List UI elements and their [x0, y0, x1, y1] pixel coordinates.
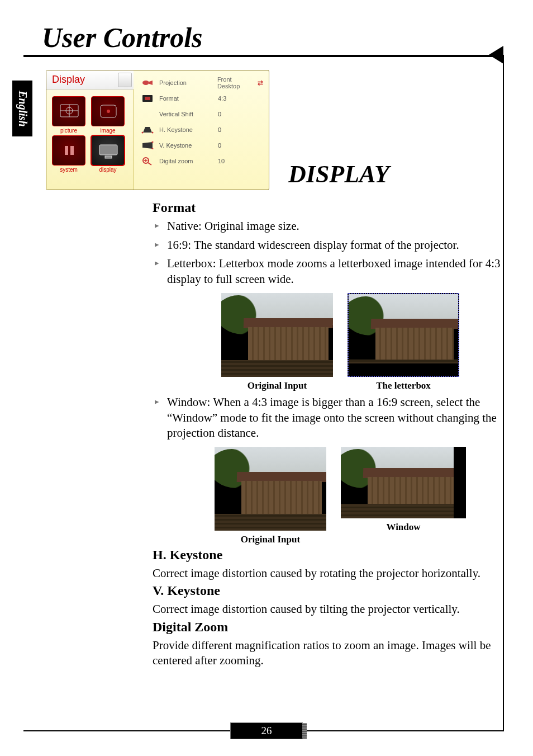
osd-value: 10: [218, 158, 225, 164]
osd-value: 0: [218, 142, 221, 149]
osd-row-vshift: Vertical Shift 0: [141, 106, 263, 122]
language-tab: English: [12, 81, 32, 136]
image-original-input-2: [215, 447, 326, 531]
svg-rect-6: [65, 146, 68, 155]
page: User Controls English Display picture im…: [0, 0, 533, 756]
svg-marker-13: [143, 127, 152, 133]
projector-icon: [141, 78, 154, 87]
page-title: User Controls: [42, 21, 203, 54]
osd-row-format: Format 4:3: [141, 91, 263, 106]
osd-tab-grid: picture image system display: [52, 96, 127, 171]
osd-label: Digital zoom: [159, 158, 212, 164]
frame-top: [23, 55, 504, 57]
osd-tab-label: image: [92, 127, 124, 134]
osd-row-vkey: V. Keystone 0: [141, 138, 263, 153]
text-digital-zoom: Provide different magnification ratios t…: [153, 638, 506, 669]
heading-h-keystone: H. Keystone: [153, 547, 506, 563]
caption: Original Input: [221, 380, 333, 391]
image-original-input: [221, 293, 333, 377]
bullet-letterbox: Letterbox: Letterbox mode zooms a letter…: [155, 256, 506, 287]
blank-icon: [141, 110, 154, 119]
heading-digital-zoom: Digital Zoom: [153, 620, 506, 635]
osd-label: Projection: [159, 79, 212, 86]
text-h-keystone: Correct image distortion caused by rotat…: [153, 566, 506, 581]
nav-arrow-icon: [489, 46, 503, 64]
heading-format: Format: [153, 200, 506, 215]
osd-label: V. Keystone: [159, 142, 212, 149]
thumb-original-2: Original Input: [215, 447, 326, 545]
osd-tab-label: display: [92, 167, 124, 173]
osd-row-hkey: H. Keystone 0: [141, 122, 263, 138]
svg-line-20: [148, 163, 151, 165]
example-pair-window: Original Input Window: [175, 447, 506, 545]
section-heading-display: DISPLAY: [288, 160, 389, 188]
svg-point-10: [142, 81, 149, 85]
osd-row-dzoom: Digital zoom 10: [141, 153, 263, 169]
image-letterbox: [348, 293, 459, 377]
thumb-original-1: Original Input: [221, 293, 333, 391]
example-pair-letterbox: Original Input The letterbox: [175, 293, 506, 391]
osd-tab-label: picture: [53, 127, 85, 134]
caption: Window: [341, 522, 466, 533]
osd-value: 4:3: [218, 95, 226, 102]
page-number-ridge: [302, 723, 307, 739]
osd-title-tab: [118, 73, 132, 87]
svg-point-14: [142, 132, 144, 134]
bullet-16-9: 16:9: The standard widescreen display fo…: [155, 238, 506, 253]
osd-tab-system: system: [52, 135, 85, 166]
heading-v-keystone: V. Keystone: [153, 583, 506, 598]
osd-right-panel: Projection Front Desktop ⇄ Format 4:3 Ve…: [134, 70, 269, 190]
thumb-letterbox: The letterbox: [348, 293, 459, 391]
swap-icon: ⇄: [258, 79, 263, 87]
osd-tab-picture: picture: [52, 96, 85, 126]
svg-rect-8: [99, 145, 117, 155]
caption: The letterbox: [348, 380, 459, 391]
bullet-window: Window: When a 4:3 image is bigger than …: [155, 395, 506, 441]
caption: Original Input: [215, 534, 326, 545]
image-window: [341, 447, 466, 518]
h-keystone-icon: [141, 125, 154, 134]
body-content: Format Native: Original image size. 16:9…: [153, 198, 506, 670]
osd-row-projection: Projection Front Desktop ⇄: [141, 75, 263, 91]
osd-left-panel: Display picture image system display: [46, 70, 134, 190]
screen-icon: [141, 94, 154, 103]
text-v-keystone: Correct image distortion caused by tilti…: [153, 602, 506, 617]
osd-value: Front Desktop ⇄: [217, 76, 263, 89]
osd-value: 0: [218, 126, 221, 133]
svg-rect-9: [105, 156, 112, 158]
osd-value-text: Front Desktop: [217, 76, 255, 89]
page-number: 26: [261, 725, 272, 737]
osd-value: 0: [218, 111, 221, 117]
osd-label: H. Keystone: [159, 126, 212, 133]
svg-point-15: [152, 132, 154, 134]
zoom-icon: [141, 157, 154, 166]
svg-marker-16: [142, 142, 153, 149]
thumb-window: Window: [341, 447, 466, 545]
svg-point-5: [107, 110, 110, 113]
svg-rect-12: [145, 97, 150, 100]
osd-screenshot: Display picture image system display: [46, 70, 269, 190]
language-label: English: [16, 91, 29, 126]
osd-tab-label: system: [53, 167, 85, 173]
osd-label: Format: [159, 95, 212, 102]
v-keystone-icon: [141, 141, 154, 150]
osd-label: Vertical Shift: [159, 111, 212, 117]
bullet-native: Native: Original image size.: [155, 219, 506, 234]
osd-tab-display: display: [91, 135, 125, 166]
osd-tab-image: image: [91, 96, 125, 126]
page-number-box: 26: [230, 722, 303, 739]
svg-rect-7: [70, 146, 74, 155]
